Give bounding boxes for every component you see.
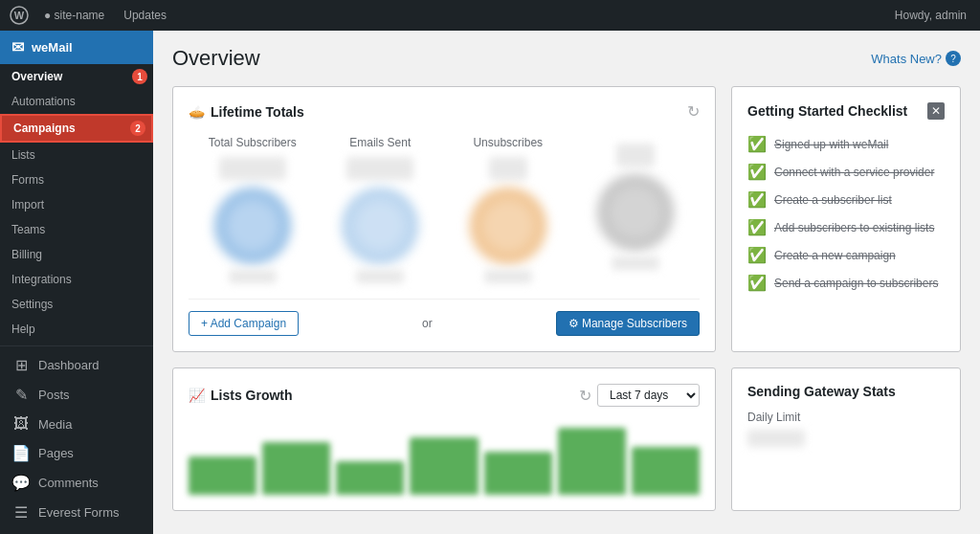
unsubscribes-stat: Unsubscribes — [444, 136, 572, 283]
stats-row: Total Subscribers Emails Sent Unsubscrib… — [189, 136, 700, 283]
bar-3 — [410, 437, 478, 495]
check-icon-3: ✅ — [747, 218, 767, 236]
total-subscribers-value — [219, 157, 286, 180]
checklist-label-3: Add subscribers to existing lists — [774, 221, 934, 234]
sidebar: ✉ weMail Overview 1 Automations Campaign… — [0, 0, 153, 534]
howdy[interactable]: Howdy, admin — [889, 0, 972, 31]
unsubscribes-sub — [484, 270, 532, 283]
sidebar-item-dashboard[interactable]: ⊞ Dashboard — [0, 350, 153, 380]
sidebar-item-lists[interactable]: Lists — [0, 143, 153, 167]
emails-sent-stat: Emails Sent — [317, 136, 445, 283]
lists-growth-header: 📈 Lists Growth ↻ Last 7 daysLast 14 days… — [189, 384, 700, 407]
daily-limit-value — [747, 430, 805, 447]
top-cards-row: 🥧 Lifetime Totals ↻ Total Subscribers Em… — [172, 86, 961, 352]
admin-bar: W ● site-name Updates Howdy, admin — [0, 0, 980, 31]
wp-logo[interactable]: W — [8, 4, 31, 27]
sidebar-item-integrations[interactable]: Integrations — [0, 267, 153, 292]
sidebar-item-pages[interactable]: 📄 Pages — [0, 438, 153, 468]
wemail-plugin-header[interactable]: ✉ weMail — [0, 31, 153, 64]
everest-forms-icon: ☰ — [11, 503, 31, 522]
svg-text:W: W — [14, 10, 25, 21]
sidebar-item-forms[interactable]: Forms — [0, 167, 153, 192]
checklist-item-5: ✅ Send a campaign to subscribers — [747, 274, 945, 292]
sending-gateway-card: Sending Gateway Stats Daily Limit — [731, 367, 961, 511]
check-icon-2: ✅ — [747, 190, 767, 209]
emails-sent-sub — [356, 270, 404, 283]
unsubscribes-chart — [470, 188, 546, 264]
sidebar-item-everest-forms[interactable]: ☰ Everest Forms — [0, 498, 153, 527]
check-icon-0: ✅ — [747, 135, 767, 153]
gateway-title: Sending Gateway Stats — [747, 384, 945, 399]
unsubscribes-value — [489, 157, 527, 180]
lists-growth-card: 📈 Lists Growth ↻ Last 7 daysLast 14 days… — [172, 367, 716, 511]
updates[interactable]: Updates — [118, 0, 172, 31]
checklist-label-5: Send a campaign to subscribers — [774, 277, 938, 290]
sidebar-item-campaigns[interactable]: Campaigns 2 — [0, 114, 153, 143]
sidebar-item-help[interactable]: Help — [0, 317, 153, 342]
refresh-icon[interactable]: ↻ — [687, 102, 700, 121]
sidebar-item-import[interactable]: Import — [0, 192, 153, 217]
sidebar-item-posts[interactable]: ✎ Posts — [0, 380, 153, 410]
checklist-item-3: ✅ Add subscribers to existing lists — [747, 218, 945, 236]
sidebar-item-media[interactable]: 🖼 Media — [0, 410, 153, 438]
sidebar-item-overview[interactable]: Overview 1 — [0, 64, 153, 89]
checklist-label-4: Create a new campaign — [774, 249, 896, 262]
checklist-title: Getting Started Checklist — [747, 103, 907, 119]
checklist-item-0: ✅ Signed up with weMail — [747, 135, 945, 153]
add-campaign-button[interactable]: + Add Campaign — [189, 311, 299, 336]
lifetime-totals-card: 🥧 Lifetime Totals ↻ Total Subscribers Em… — [172, 86, 716, 352]
growth-icon: 📈 — [189, 388, 205, 403]
sidebar-item-settings[interactable]: Settings — [0, 292, 153, 317]
pages-icon: 📄 — [11, 444, 31, 462]
total-subscribers-stat: Total Subscribers — [189, 136, 317, 283]
dashboard-icon: ⊞ — [11, 356, 31, 374]
bar-6 — [632, 447, 700, 495]
media-icon: 🖼 — [11, 415, 31, 433]
sidebar-item-automations[interactable]: Automations — [0, 89, 153, 114]
emails-sent-value — [346, 157, 413, 180]
sidebar-item-appearance[interactable]: 🎨 Appearance — [0, 527, 153, 534]
total-subscribers-chart — [214, 188, 291, 264]
checklist-label-2: Create a subscriber list — [774, 193, 892, 207]
lifetime-totals-header: 🥧 Lifetime Totals ↻ — [189, 102, 700, 121]
actions-row: + Add Campaign or ⚙ Manage Subscribers — [189, 299, 700, 336]
bar-0 — [189, 456, 256, 495]
page-header: Overview Whats New? ? — [172, 46, 961, 71]
wemail-plugin-label: weMail — [32, 40, 73, 55]
close-checklist-button[interactable]: ✕ — [927, 102, 945, 120]
manage-subscribers-button[interactable]: ⚙ Manage Subscribers — [556, 311, 700, 336]
step-badge-2: 2 — [130, 121, 145, 136]
wemail-icon: ✉ — [11, 38, 24, 56]
main-content: Overview Whats New? ? 🥧 Lifetime Totals … — [153, 0, 980, 534]
or-label: or — [422, 317, 433, 330]
site-name[interactable]: ● site-name — [38, 0, 110, 31]
sidebar-item-billing[interactable]: Billing — [0, 242, 153, 267]
growth-chart — [189, 418, 700, 495]
bottom-cards-row: 📈 Lists Growth ↻ Last 7 daysLast 14 days… — [172, 367, 961, 511]
check-icon-1: ✅ — [747, 163, 767, 181]
check-icon-5: ✅ — [747, 274, 767, 292]
chart-pie-icon: 🥧 — [189, 104, 205, 120]
daily-limit-label: Daily Limit — [747, 411, 945, 424]
getting-started-card: Getting Started Checklist ✕ ✅ Signed up … — [731, 86, 961, 352]
period-select[interactable]: Last 7 daysLast 14 daysLast 30 days — [597, 384, 700, 407]
extra-value — [616, 144, 655, 167]
extra-stat — [572, 136, 701, 283]
sidebar-item-comments[interactable]: 💬 Comments — [0, 468, 153, 498]
checklist-label-0: Signed up with weMail — [774, 138, 888, 151]
check-icon-4: ✅ — [747, 246, 767, 264]
extra-chart — [597, 174, 674, 251]
comments-icon: 💬 — [11, 474, 31, 492]
wemail-menu: Overview 1 Automations Campaigns 2 Lists… — [0, 64, 153, 342]
checklist-item-1: ✅ Connect with a service provider — [747, 163, 945, 181]
checklist-header: Getting Started Checklist ✕ — [747, 102, 945, 120]
checklist-label-1: Connect with a service provider — [774, 166, 934, 179]
lists-growth-refresh-icon[interactable]: ↻ — [579, 387, 591, 405]
whats-new-link[interactable]: Whats New? ? — [871, 51, 961, 66]
checklist-item-2: ✅ Create a subscriber list — [747, 190, 945, 209]
bar-2 — [336, 461, 404, 495]
extra-sub — [612, 256, 659, 270]
sidebar-item-teams[interactable]: Teams — [0, 217, 153, 242]
bar-1 — [262, 442, 330, 495]
lists-growth-title: 📈 Lists Growth — [189, 388, 293, 403]
